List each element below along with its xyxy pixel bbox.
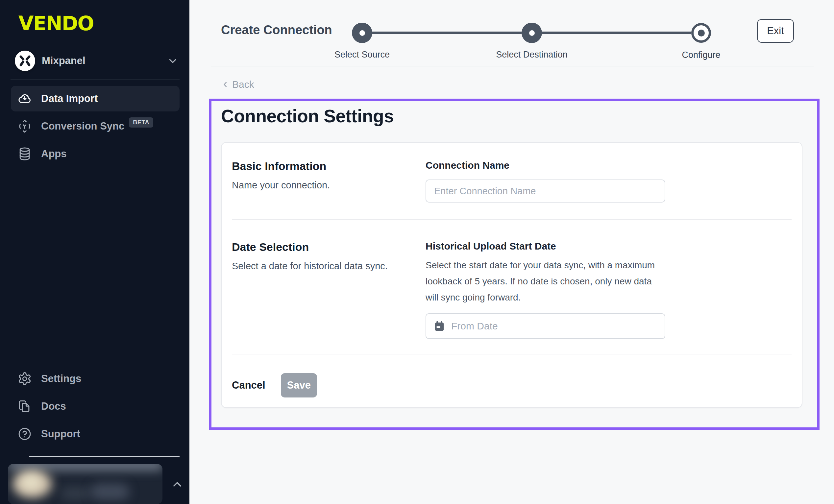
back-label: Back (232, 79, 254, 90)
chevron-left-icon (221, 80, 229, 89)
page-title: Connection Settings (221, 106, 817, 127)
vendo-logo: VENDO (18, 12, 190, 35)
basic-information-section: Basic Information Name your connection. … (232, 143, 792, 219)
sidebar-item-label: Data Import (41, 93, 98, 105)
sidebar-item-settings[interactable]: Settings (11, 366, 179, 392)
from-date-input[interactable]: From Date (425, 313, 665, 339)
user-profile-row (8, 464, 190, 504)
section-title: Basic Information (232, 160, 425, 173)
chevron-down-icon (167, 55, 178, 66)
sidebar-item-label: Apps (41, 148, 67, 160)
sidebar-item-label: Support (41, 428, 80, 440)
gear-icon (17, 372, 32, 386)
date-field-description: Select the start date for your data sync… (425, 257, 656, 305)
sidebar-item-label: Docs (41, 400, 66, 412)
sidebar-item-conversion-sync[interactable]: Conversion Sync BETA (11, 113, 179, 139)
database-icon (17, 147, 32, 161)
chevron-up-icon[interactable] (169, 476, 186, 493)
sidebar-footer-divider (29, 456, 179, 457)
historical-upload-start-date-label: Historical Upload Start Date (425, 241, 792, 252)
connection-name-input[interactable] (425, 179, 665, 202)
sidebar-footer-nav: Settings Docs (11, 366, 179, 449)
app-window: VENDO Mixpanel (0, 0, 834, 504)
stepper: Select Source Select Destination Configu… (352, 23, 711, 43)
exit-button[interactable]: Exit (757, 19, 794, 43)
date-selection-section: Date Selection Select a date for histori… (232, 220, 792, 354)
section-description: Name your connection. (232, 180, 425, 191)
sidebar-item-label: Settings (41, 373, 81, 385)
section-description: Select a date for historical data sync. (232, 261, 425, 271)
form-actions: Cancel Save (232, 354, 792, 407)
question-circle-icon (17, 427, 32, 441)
main-area: Create Connection Select Source Select D… (190, 0, 834, 504)
sidebar-item-support[interactable]: Support (11, 421, 179, 447)
sync-arrows-icon (17, 119, 32, 133)
sidebar-divider (10, 80, 179, 80)
step-dot-filled (522, 23, 542, 43)
step-label: Select Source (334, 50, 390, 60)
cloud-download-icon (17, 91, 32, 106)
connection-name-label: Connection Name (425, 160, 792, 171)
step-select-destination[interactable]: Select Destination (522, 23, 542, 43)
workspace-selector[interactable]: Mixpanel (15, 51, 178, 71)
step-connector (372, 31, 522, 34)
step-dot-filled (352, 23, 372, 43)
sidebar-nav: Data Import Conversion Sync BETA (11, 86, 179, 169)
step-connector (542, 31, 691, 34)
sidebar-item-data-import[interactable]: Data Import (11, 86, 179, 111)
workspace-name: Mixpanel (42, 55, 167, 67)
step-label: Configure (682, 50, 720, 60)
wizard-title: Create Connection (221, 23, 332, 37)
sidebar-item-apps[interactable]: Apps (11, 141, 179, 167)
back-link[interactable]: Back (221, 79, 254, 90)
cancel-button[interactable]: Cancel (232, 379, 265, 391)
wizard-header: Create Connection Select Source Select D… (190, 0, 834, 66)
calendar-icon (434, 320, 445, 332)
beta-badge: BETA (129, 117, 153, 128)
settings-card: Basic Information Name your connection. … (221, 142, 803, 408)
from-date-placeholder: From Date (451, 321, 498, 332)
sidebar-item-label: Conversion Sync (41, 120, 124, 132)
connection-settings-highlight: Connection Settings Basic Information Na… (209, 98, 819, 430)
mixpanel-logo-icon (15, 51, 35, 71)
step-configure[interactable]: Configure (691, 23, 711, 43)
save-button[interactable]: Save (281, 373, 317, 397)
sidebar: VENDO Mixpanel (0, 0, 190, 504)
section-title: Date Selection (232, 241, 425, 254)
step-dot-current (691, 23, 711, 43)
sidebar-item-docs[interactable]: Docs (11, 394, 179, 419)
user-profile-blurred[interactable] (8, 464, 162, 504)
pages-icon (17, 399, 32, 414)
step-label: Select Destination (496, 50, 568, 60)
step-select-source[interactable]: Select Source (352, 23, 372, 43)
